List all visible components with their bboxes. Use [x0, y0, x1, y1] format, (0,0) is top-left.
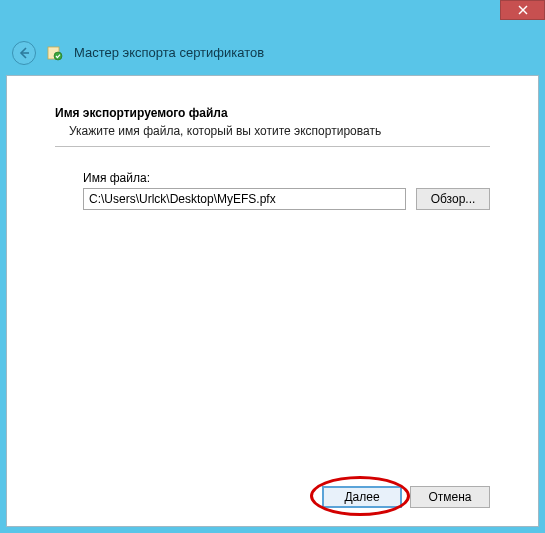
page-subtext: Укажите имя файла, который вы хотите экс…: [55, 124, 490, 138]
filename-input[interactable]: [83, 188, 406, 210]
wizard-page: Имя экспортируемого файла Укажите имя фа…: [6, 75, 539, 527]
next-button[interactable]: Далее: [322, 486, 402, 508]
titlebar: [0, 0, 545, 30]
close-button[interactable]: [500, 0, 545, 20]
browse-button[interactable]: Обзор...: [416, 188, 490, 210]
divider: [55, 146, 490, 147]
page-heading: Имя экспортируемого файла: [55, 106, 490, 120]
wizard-title: Мастер экспорта сертификатов: [74, 45, 264, 60]
close-icon: [518, 5, 528, 15]
certificate-wizard-icon: [46, 44, 64, 62]
content-wrap: Имя экспортируемого файла Укажите имя фа…: [0, 75, 545, 533]
wizard-footer: Далее Отмена: [55, 486, 490, 514]
filename-label: Имя файла:: [83, 171, 490, 185]
filename-block: Имя файла: Обзор...: [55, 171, 490, 210]
back-button[interactable]: [12, 41, 36, 65]
cancel-button[interactable]: Отмена: [410, 486, 490, 508]
wizard-header: Мастер экспорта сертификатов: [0, 30, 545, 75]
arrow-left-icon: [17, 46, 31, 60]
